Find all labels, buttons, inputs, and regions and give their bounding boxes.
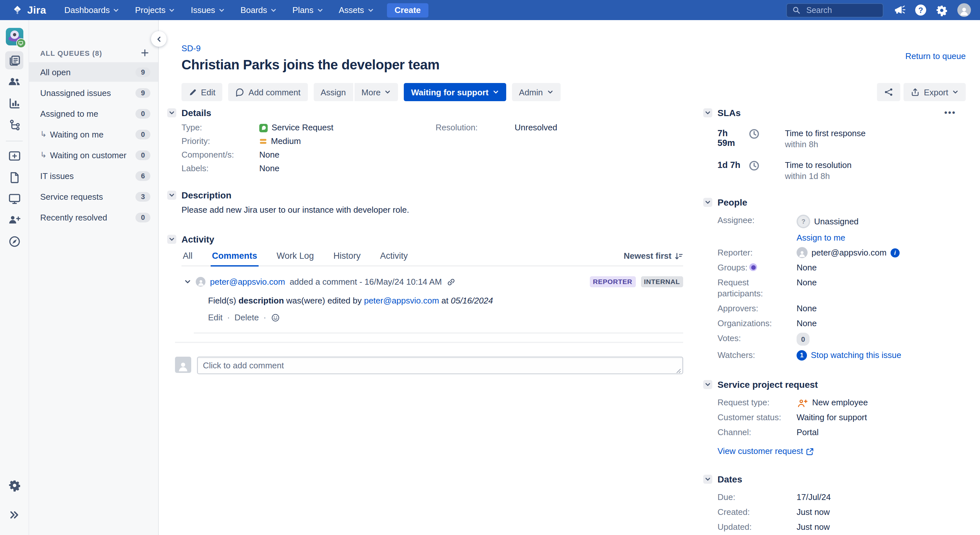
sidebar-item-customers[interactable] — [5, 73, 23, 91]
export-icon — [911, 88, 920, 97]
watchers-count-badge[interactable]: 1 — [797, 350, 807, 360]
priority-medium-icon — [259, 138, 267, 145]
queue-item-service-requests[interactable]: Service requests3 — [29, 187, 158, 206]
expand-sidebar-button[interactable] — [5, 506, 23, 524]
comment-delete-link[interactable]: Delete — [235, 312, 259, 322]
jira-logo[interactable]: Jira — [12, 4, 46, 16]
slas-more-menu[interactable]: ••• — [944, 108, 956, 117]
tab-comments[interactable]: Comments — [211, 251, 259, 265]
comment-author-link[interactable]: peter@appsvio.com — [210, 277, 285, 286]
issue-title: Christian Parks joins the developer team — [181, 57, 683, 73]
nav-projects-label: Projects — [135, 5, 165, 15]
more-button[interactable]: More — [354, 83, 398, 101]
slas-section: SLAs ••• 7h 59m Time to first response w… — [703, 108, 970, 182]
queue-item-it-issues[interactable]: IT issues6 — [29, 166, 158, 185]
stop-watching-link[interactable]: Stop watching this issue — [811, 350, 901, 361]
sla-goal: within 1d 8h — [785, 170, 852, 182]
queue-item-unassigned-issues[interactable]: Unassigned issues9 — [29, 83, 158, 102]
status-transition-button[interactable]: Waiting for support — [404, 83, 506, 101]
queue-item-all-open[interactable]: All open9 — [29, 62, 158, 82]
assign-to-me-link[interactable]: Assign to me — [797, 233, 845, 242]
priority-value: Medium — [259, 136, 301, 146]
tab-all[interactable]: All — [181, 251, 194, 265]
queues-header: ALL QUEUES (8) — [40, 49, 102, 57]
collapse-comment-icon[interactable] — [184, 278, 191, 285]
admin-gear-icon[interactable] — [936, 4, 948, 16]
chevron-down-icon — [952, 89, 959, 96]
people-section-title: People — [718, 197, 747, 207]
global-search[interactable] — [786, 3, 883, 17]
updated-value: Just now — [797, 521, 830, 532]
sidebar-item-channels[interactable] — [5, 189, 23, 207]
nav-issues[interactable]: Issues — [191, 5, 225, 15]
project-settings-button[interactable] — [5, 476, 23, 494]
description-section-title: Description — [181, 190, 231, 201]
sidebar-item-raise-request[interactable] — [5, 146, 23, 165]
feedback-megaphone-icon[interactable] — [893, 4, 905, 16]
export-button[interactable]: Export — [904, 83, 966, 101]
comment-edit-link[interactable]: Edit — [208, 312, 223, 322]
create-button[interactable]: Create — [387, 3, 428, 17]
compass-icon — [8, 235, 21, 247]
collapse-description-icon[interactable] — [167, 191, 176, 200]
rail-divider — [6, 141, 23, 142]
project-avatar[interactable] — [5, 28, 23, 45]
chevron-down-icon — [218, 7, 225, 13]
collapse-activity-icon[interactable] — [167, 235, 176, 244]
add-comment-button[interactable]: Add comment — [229, 83, 307, 101]
sidebar-item-knowledge-base[interactable] — [5, 168, 23, 186]
user-avatar[interactable] — [957, 3, 971, 17]
sidebar-item-workflows[interactable] — [5, 115, 23, 134]
description-text: Please add new Jira user to our instance… — [181, 204, 683, 215]
assign-button[interactable]: Assign — [313, 83, 353, 101]
queue-item-recently-resolved[interactable]: Recently resolved0 — [29, 207, 158, 227]
rail-bottom — [5, 476, 23, 535]
add-reaction-icon[interactable] — [270, 313, 280, 322]
search-input[interactable] — [805, 5, 866, 15]
collapse-sidebar-button[interactable] — [151, 31, 167, 47]
tab-activity[interactable]: Activity — [379, 251, 409, 265]
votes-badge[interactable]: 0 — [797, 333, 810, 346]
sidebar-item-invite-team[interactable] — [5, 211, 23, 229]
issue-key-link[interactable]: SD-9 — [181, 43, 200, 53]
queue-item-waiting-on-customer[interactable]: ↳Waiting on customer0 — [29, 145, 158, 165]
nav-projects[interactable]: Projects — [135, 5, 175, 15]
sort-order-button[interactable]: Newest first — [624, 251, 683, 265]
dates-section-title: Dates — [718, 474, 742, 484]
workflow-tree-icon — [8, 118, 21, 131]
nav-boards[interactable]: Boards — [240, 5, 277, 15]
share-button[interactable] — [877, 83, 900, 101]
nav-plans[interactable]: Plans — [292, 5, 323, 15]
collapse-people-icon[interactable] — [703, 198, 712, 207]
edit-button[interactable]: Edit — [181, 83, 223, 101]
nav-assets[interactable]: Assets — [339, 5, 374, 15]
info-icon[interactable]: i — [891, 248, 900, 257]
comment-body-user-link[interactable]: peter@appsvio.com — [364, 296, 439, 306]
raise-request-icon — [8, 150, 21, 161]
collapse-slas-icon[interactable] — [703, 108, 712, 117]
tab-work-log[interactable]: Work Log — [275, 251, 315, 265]
tab-history[interactable]: History — [332, 251, 362, 265]
groups-icon[interactable] — [749, 263, 757, 271]
collapse-spr-icon[interactable] — [703, 380, 712, 389]
sidebar-item-queues[interactable] — [5, 51, 23, 69]
sidebar-item-reports[interactable] — [5, 94, 23, 112]
nav-dashboards[interactable]: Dashboards — [65, 5, 119, 15]
return-to-queue-link[interactable]: Return to queue — [905, 51, 966, 61]
permalink-icon[interactable] — [446, 275, 455, 287]
resolution-value: Unresolved — [515, 123, 557, 133]
comment-input[interactable] — [197, 357, 683, 374]
sla-time-remaining: 7h 59m — [718, 128, 746, 148]
sla-time-remaining: 1d 7h — [718, 159, 746, 170]
channel-label: Channel: — [718, 427, 797, 438]
collapse-dates-icon[interactable] — [703, 475, 712, 484]
add-queue-button[interactable] — [141, 49, 149, 57]
view-customer-request-link[interactable]: View customer request — [718, 446, 803, 457]
sidebar-item-discover[interactable] — [5, 232, 23, 250]
help-icon[interactable]: ? — [915, 5, 926, 16]
admin-label: Admin — [519, 87, 543, 97]
collapse-details-icon[interactable] — [167, 108, 176, 117]
queue-item-waiting-on-me[interactable]: ↳Waiting on me0 — [29, 124, 158, 144]
queue-item-assigned-to-me[interactable]: Assigned to me0 — [29, 104, 158, 123]
admin-button[interactable]: Admin — [512, 83, 560, 101]
